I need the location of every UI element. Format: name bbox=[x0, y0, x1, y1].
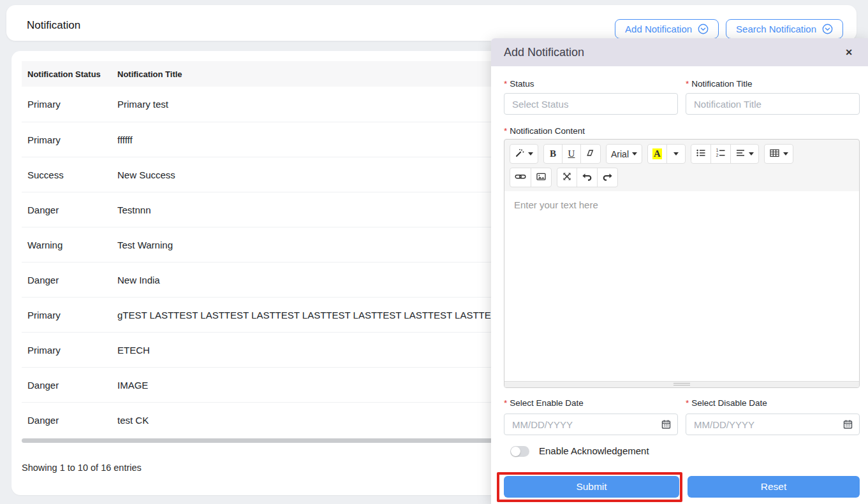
caret-down-icon bbox=[673, 152, 679, 155]
chevron-down-circle-icon bbox=[822, 24, 833, 34]
redo-icon bbox=[602, 171, 613, 184]
svg-text:2: 2 bbox=[716, 153, 719, 157]
font-family-value: Arial bbox=[611, 149, 629, 159]
caret-down-icon bbox=[783, 152, 788, 155]
font-style-group: B U bbox=[543, 144, 601, 164]
style-group bbox=[510, 144, 538, 164]
paragraph-group: 12 bbox=[691, 144, 759, 164]
notification-title-input[interactable] bbox=[686, 93, 860, 115]
table-group bbox=[764, 144, 793, 164]
align-icon bbox=[735, 148, 746, 160]
paragraph-align-button[interactable] bbox=[730, 144, 759, 164]
notification-content-label: *Notification Content bbox=[504, 126, 585, 136]
status-select[interactable] bbox=[504, 93, 678, 115]
required-asterisk: * bbox=[504, 126, 507, 136]
caret-down-icon bbox=[528, 152, 533, 155]
toggle-knob-icon bbox=[511, 447, 520, 456]
redo-button[interactable] bbox=[597, 168, 618, 187]
unordered-list-button[interactable] bbox=[691, 144, 711, 164]
close-icon[interactable]: ✕ bbox=[845, 47, 853, 57]
required-asterisk: * bbox=[504, 398, 507, 408]
expand-arrows-icon bbox=[562, 171, 572, 184]
reset-button[interactable]: Reset bbox=[688, 476, 860, 498]
cell-notification-status: Warning bbox=[22, 240, 112, 250]
insert-group bbox=[510, 168, 552, 187]
undo-icon bbox=[582, 171, 592, 184]
misc-group bbox=[557, 168, 618, 187]
svg-text:1: 1 bbox=[716, 148, 719, 152]
enable-date-input[interactable] bbox=[504, 414, 678, 435]
editor-toolbar-row-2 bbox=[504, 168, 859, 187]
search-notification-label: Search Notification bbox=[736, 24, 816, 34]
required-asterisk: * bbox=[504, 79, 507, 89]
add-notification-button[interactable]: Add Notification bbox=[615, 19, 719, 39]
bold-button[interactable]: B bbox=[543, 144, 563, 164]
column-header-status: Notification Status bbox=[22, 69, 112, 79]
ordered-list-icon: 12 bbox=[716, 148, 726, 160]
cell-notification-status: Primary bbox=[22, 134, 112, 145]
unordered-list-icon bbox=[696, 148, 706, 160]
enable-date-label: *Select Enable Date bbox=[504, 398, 584, 408]
rich-text-editor: B U Arial A bbox=[504, 139, 860, 388]
disable-date-label: *Select Disable Date bbox=[686, 398, 767, 408]
page-header: Notification Add Notification Search Not… bbox=[6, 5, 857, 41]
font-color-icon: A bbox=[652, 148, 662, 159]
font-family-group: Arial bbox=[606, 144, 642, 164]
table-grid-icon bbox=[769, 148, 780, 160]
disable-date-field bbox=[686, 414, 860, 435]
link-icon bbox=[515, 171, 526, 184]
enable-acknowledgement-label: Enable Acknowledgement bbox=[539, 445, 649, 456]
modal-body: *Status *Notification Title *Notificatio… bbox=[504, 66, 860, 504]
header-actions: Add Notification Search Notification bbox=[615, 19, 843, 39]
chevron-down-circle-icon bbox=[698, 24, 709, 34]
required-asterisk: * bbox=[686, 398, 689, 408]
editor-resize-handle[interactable] bbox=[504, 381, 859, 387]
cell-notification-status: Success bbox=[22, 169, 112, 180]
underline-button[interactable]: U bbox=[562, 144, 581, 164]
cell-notification-status: Primary bbox=[22, 345, 112, 356]
ordered-list-button[interactable]: 12 bbox=[710, 144, 731, 164]
insert-image-button[interactable] bbox=[531, 168, 552, 187]
font-color-button[interactable]: A bbox=[647, 144, 667, 164]
enable-date-field bbox=[504, 414, 678, 435]
font-family-button[interactable]: Arial bbox=[606, 144, 642, 164]
modal-title: Add Notification bbox=[504, 46, 584, 59]
grip-icon bbox=[673, 383, 690, 386]
fullscreen-button[interactable] bbox=[557, 168, 577, 187]
magic-wand-icon bbox=[515, 148, 525, 160]
eraser-icon bbox=[585, 148, 596, 160]
entries-summary: Showing 1 to 10 of 16 entries bbox=[22, 463, 142, 473]
cell-notification-status: Danger bbox=[22, 415, 112, 426]
clear-format-button[interactable] bbox=[580, 144, 601, 164]
undo-button[interactable] bbox=[577, 168, 598, 187]
cell-notification-status: Danger bbox=[22, 380, 112, 391]
image-icon bbox=[536, 171, 547, 184]
modal-header: Add Notification ✕ bbox=[491, 38, 868, 66]
enable-acknowledgement-toggle[interactable] bbox=[510, 446, 529, 457]
screen: Notification Add Notification Search Not… bbox=[0, 0, 868, 504]
editor-text-area[interactable]: Enter your text here bbox=[504, 191, 859, 382]
color-group: A bbox=[647, 144, 686, 164]
caret-down-icon bbox=[749, 152, 754, 155]
cell-notification-status: Primary bbox=[22, 99, 112, 110]
required-asterisk: * bbox=[686, 79, 689, 89]
add-notification-modal: Add Notification ✕ *Status *Notification… bbox=[491, 38, 868, 504]
notification-title-label: *Notification Title bbox=[686, 79, 753, 89]
disable-date-input[interactable] bbox=[686, 414, 860, 435]
cell-notification-status: Danger bbox=[22, 205, 112, 215]
insert-link-button[interactable] bbox=[510, 168, 531, 187]
submit-button[interactable]: Submit bbox=[504, 476, 679, 498]
status-label: *Status bbox=[504, 79, 534, 89]
search-notification-button[interactable]: Search Notification bbox=[726, 19, 843, 39]
magic-style-button[interactable] bbox=[510, 144, 538, 164]
font-color-dropdown-button[interactable] bbox=[666, 144, 686, 164]
insert-table-button[interactable] bbox=[764, 144, 793, 164]
caret-down-icon bbox=[632, 152, 637, 155]
cell-notification-status: Danger bbox=[22, 275, 112, 285]
add-notification-label: Add Notification bbox=[625, 24, 692, 34]
editor-toolbar-row-1: B U Arial A bbox=[504, 144, 859, 164]
cell-notification-status: Primary bbox=[22, 310, 112, 320]
page-title: Notification bbox=[27, 19, 80, 32]
